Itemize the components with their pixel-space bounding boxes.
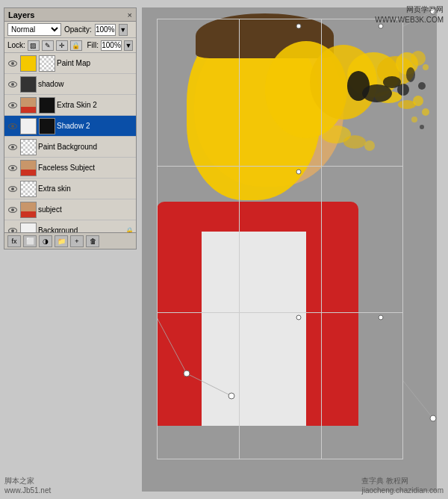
blend-mode-select[interactable]: Normal Multiply Screen Overlay xyxy=(7,23,61,36)
layer-thumbnail xyxy=(20,139,37,155)
svg-point-8 xyxy=(413,96,423,106)
layer-delete-button[interactable]: 🗑 xyxy=(86,235,99,247)
layer-visibility-icon[interactable] xyxy=(7,162,19,174)
layer-thumbnail xyxy=(20,97,37,114)
opacity-arrow[interactable]: ▼ xyxy=(119,24,128,36)
layer-mask-thumbnail xyxy=(39,97,55,114)
grid-handle-bl[interactable] xyxy=(296,315,302,320)
layer-thumbnail xyxy=(20,76,37,93)
grid-handle-tl[interactable] xyxy=(296,24,302,29)
layer-thumbnail xyxy=(20,160,37,176)
blend-opacity-row: Normal Multiply Screen Overlay Opacity: … xyxy=(4,22,136,38)
layer-visibility-icon[interactable] xyxy=(7,58,19,69)
watermark-bottom-left: 脚本之家 www.Jb51.net xyxy=(4,476,51,495)
layer-mask-thumbnail xyxy=(39,118,55,134)
layer-thumbnail xyxy=(20,55,37,72)
watermark-top: 网页学习网 WWW.WEB3K.COM xyxy=(375,4,444,25)
grid-handle-ml[interactable] xyxy=(296,170,302,175)
layers-panel: Layers × Normal Multiply Screen Overlay … xyxy=(4,7,137,250)
fill-label: Fill: xyxy=(87,41,99,49)
lock-transparent-btn[interactable]: ▨ xyxy=(28,40,40,51)
lock-all-btn[interactable]: 🔒 xyxy=(70,40,82,51)
layer-fx-button[interactable]: fx xyxy=(7,235,21,247)
lock-paint-btn[interactable]: ✎ xyxy=(42,40,54,51)
svg-point-15 xyxy=(418,82,426,90)
layer-name-label: Paint Map xyxy=(57,59,134,67)
layer-visibility-icon[interactable] xyxy=(7,225,19,233)
layers-panel-title: Layers xyxy=(8,10,34,19)
svg-point-16 xyxy=(411,117,417,123)
svg-point-18 xyxy=(423,64,429,70)
layer-item[interactable]: Faceless Subject xyxy=(4,158,136,179)
layer-item[interactable]: Paint Background xyxy=(4,137,136,158)
layer-name-label: Extra skin xyxy=(38,185,134,193)
watermark-bottom-right: 查字典 教程网 jiaocheng.chazidian.com xyxy=(361,476,444,495)
layer-item[interactable]: Extra skin xyxy=(4,179,136,199)
layer-group-button[interactable]: 📁 xyxy=(55,235,68,247)
canvas-area xyxy=(142,7,437,492)
opacity-input[interactable] xyxy=(95,24,116,36)
lock-fill-row: Lock: ▨ ✎ ✛ 🔒 Fill: ▼ xyxy=(4,38,136,53)
layer-item[interactable]: subject xyxy=(4,199,136,220)
lock-label: Lock: xyxy=(7,41,25,49)
layer-item[interactable]: Extra Skin 2 xyxy=(4,95,136,116)
layer-list: Paint MapshadowExtra Skin 2Shadow 2Paint… xyxy=(4,53,136,232)
layer-toolbar: fx ⬜ ◑ 📁 + 🗑 xyxy=(4,232,136,249)
layer-name-label: shadow xyxy=(38,80,134,88)
layer-item[interactable]: Paint Map xyxy=(4,53,136,74)
layer-name-label: Shadow 2 xyxy=(57,122,134,130)
layer-mask-button[interactable]: ⬜ xyxy=(23,235,37,247)
layer-visibility-icon[interactable] xyxy=(7,99,19,111)
fill-input[interactable] xyxy=(101,40,122,51)
layer-thumbnail xyxy=(20,181,37,197)
opacity-label: Opacity: xyxy=(64,25,92,34)
layers-title-bar: Layers × xyxy=(4,8,136,22)
layers-close-button[interactable]: × xyxy=(128,10,132,19)
layer-visibility-icon[interactable] xyxy=(7,141,19,153)
transform-grid xyxy=(157,19,403,459)
layer-visibility-icon[interactable] xyxy=(7,78,19,90)
svg-point-5 xyxy=(411,51,426,66)
layer-name-label: Extra Skin 2 xyxy=(57,101,134,109)
layer-name-label: Faceless Subject xyxy=(38,164,134,172)
layer-thumbnail xyxy=(20,118,37,134)
layer-name-label: Paint Background xyxy=(38,143,134,151)
layer-mask-thumbnail xyxy=(39,55,55,72)
layer-item[interactable]: shadow xyxy=(4,74,136,95)
layer-name-label: Background xyxy=(38,226,124,232)
lock-move-btn[interactable]: ✛ xyxy=(56,40,68,51)
svg-point-14 xyxy=(406,67,415,82)
svg-point-9 xyxy=(422,108,429,116)
layer-name-label: subject xyxy=(38,205,134,214)
layer-visibility-icon[interactable] xyxy=(7,204,19,216)
layer-lock-badge: 🔒 xyxy=(125,227,134,233)
layer-new-button[interactable]: + xyxy=(70,235,84,247)
layer-thumbnail xyxy=(20,202,37,218)
layer-item[interactable]: Shadow 2 xyxy=(4,116,136,137)
layer-thumbnail xyxy=(20,223,37,233)
layer-item[interactable]: Background🔒 xyxy=(4,220,136,232)
fill-arrow[interactable]: ▼ xyxy=(124,40,133,51)
layer-visibility-icon[interactable] xyxy=(7,120,19,132)
grid-handle-bm[interactable] xyxy=(379,315,384,320)
layer-visibility-icon[interactable] xyxy=(7,183,19,195)
svg-point-17 xyxy=(420,125,424,129)
layer-adjustment-button[interactable]: ◑ xyxy=(39,235,52,247)
